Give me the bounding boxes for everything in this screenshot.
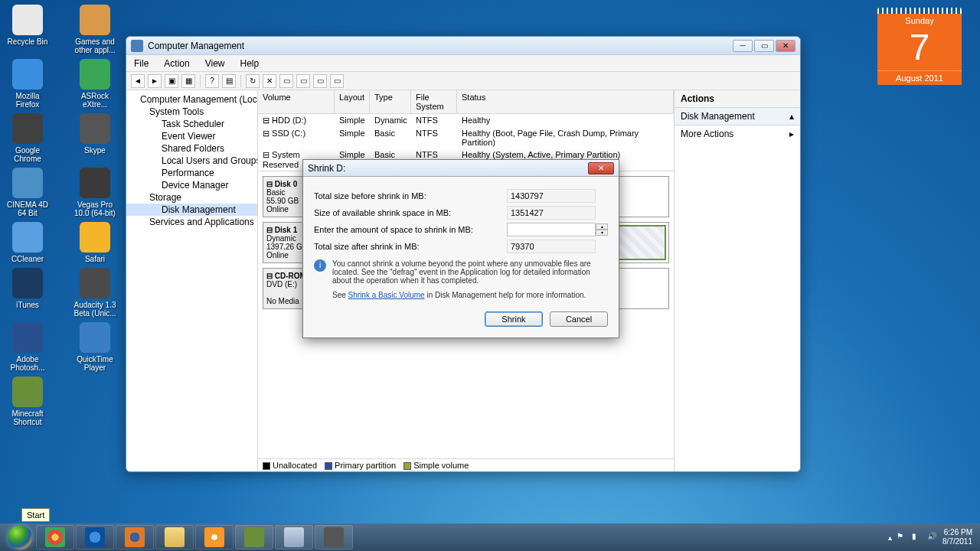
menu-file[interactable]: File — [126, 58, 156, 69]
tree-item[interactable]: Event Viewer — [126, 130, 257, 142]
windows-orb-icon — [8, 525, 32, 549]
volume-row[interactable]: ⊟ HDD (D:)SimpleDynamicNTFSHealthy — [258, 114, 674, 127]
dialog-close-button[interactable]: ✕ — [588, 162, 614, 174]
up-button[interactable]: ▣ — [165, 74, 178, 88]
dialog-titlebar[interactable]: Shrink D: ✕ — [303, 160, 619, 177]
desktop-icon[interactable]: Adobe Photosh... — [5, 322, 51, 372]
network-icon[interactable]: ▮ — [912, 532, 923, 543]
back-button[interactable]: ◄ — [131, 74, 145, 88]
spin-up-icon[interactable]: ▴ — [596, 223, 608, 230]
tb-icon[interactable]: ▭ — [279, 74, 293, 88]
desktop-icon[interactable]: Recycle Bin — [5, 5, 51, 54]
tree-item[interactable]: Shared Folders — [126, 142, 257, 155]
tree-item[interactable]: Storage — [126, 191, 257, 204]
taskbar-chrome[interactable] — [36, 525, 74, 549]
taskbar-explorer[interactable] — [155, 525, 194, 549]
dialog-info: i You cannot shrink a volume beyond the … — [314, 259, 608, 285]
help-button[interactable]: ? — [205, 74, 219, 88]
desktop-icon[interactable]: CCleaner — [5, 222, 51, 263]
tree-item[interactable]: Local Users and Groups — [126, 155, 257, 167]
tree-item[interactable]: Performance — [126, 167, 257, 179]
show-hide-tree-button[interactable]: ▦ — [181, 74, 195, 88]
desktop-icon[interactable]: Games and other appl... — [72, 5, 118, 54]
tree-item[interactable]: Task Scheduler — [126, 118, 257, 130]
icon-label: Vegas Pro 10.0 (64-bit) — [72, 201, 118, 217]
taskbar-wmp[interactable] — [195, 525, 234, 549]
app-icon — [12, 5, 43, 35]
close-button[interactable]: ✕ — [776, 40, 795, 52]
desktop-icon[interactable]: ASRock eXtre... — [72, 59, 118, 109]
taskbar-minecraft[interactable] — [235, 525, 273, 549]
minimize-button[interactable]: ─ — [733, 40, 753, 52]
calendar-day: 7 — [877, 28, 962, 70]
column-header[interactable]: Status — [457, 90, 674, 113]
desktop-icon[interactable]: iTunes — [5, 268, 51, 318]
tb-icon[interactable]: ▭ — [330, 74, 344, 88]
tree-item[interactable]: Device Manager — [126, 179, 257, 191]
icon-label: Games and other appl... — [72, 37, 118, 54]
icon-label: Mozilla Firefox — [5, 92, 51, 109]
menu-help[interactable]: Help — [233, 58, 267, 69]
tree-item[interactable]: Services and Applications — [126, 216, 257, 228]
app-icon — [80, 59, 110, 90]
toolbar: ◄ ► ▣ ▦ ? ▤ ↻ ✕ ▭ ▭ ▭ ▭ — [126, 72, 800, 90]
desktop-icon[interactable]: Vegas Pro 10.0 (64-bit) — [72, 168, 118, 217]
app-icon — [12, 377, 43, 407]
desktop-icon[interactable]: Minecraft Shortcut — [5, 377, 51, 426]
icon-label: Skype — [84, 146, 106, 155]
flag-icon[interactable]: ⚑ — [897, 532, 907, 543]
more-actions-item[interactable]: More Actions▸ — [675, 126, 800, 142]
field-label: Enter the amount of space to shrink in M… — [314, 225, 507, 234]
shrink-dialog: Shrink D: ✕ Total size before shrink in … — [302, 159, 619, 338]
props-button[interactable]: ▤ — [222, 74, 236, 88]
calendar-gadget[interactable]: Sunday 7 August 2011 — [877, 8, 962, 85]
column-header[interactable]: Volume — [258, 90, 335, 113]
system-tray[interactable]: ▴ ⚑ ▮ 🔊 6:26 PM 8/7/2011 — [888, 528, 975, 546]
menu-action[interactable]: Action — [156, 58, 197, 69]
taskbar-firefox[interactable] — [116, 525, 154, 549]
tray-chevron-icon[interactable]: ▴ — [888, 533, 892, 542]
column-header[interactable]: Type — [370, 90, 411, 113]
shrink-button[interactable]: Shrink — [485, 311, 543, 327]
spinner[interactable]: ▴▾ — [596, 223, 608, 236]
shrink-help-link[interactable]: Shrink a Basic Volume — [348, 291, 425, 299]
desktop-icon[interactable]: Safari — [72, 222, 118, 263]
desktop-icon[interactable]: QuickTime Player — [72, 322, 118, 372]
desktop-icon[interactable]: CINEMA 4D 64 Bit — [5, 168, 51, 217]
volume-icon[interactable]: 🔊 — [927, 532, 938, 543]
tb-icon[interactable]: ▭ — [296, 74, 310, 88]
taskbar-ie[interactable] — [76, 525, 114, 549]
volume-row[interactable]: ⊟ SSD (C:)SimpleBasicNTFSHealthy (Boot, … — [258, 127, 674, 148]
calendar-month-year: August 2011 — [877, 70, 962, 85]
info-icon: i — [314, 259, 326, 272]
field-label: Size of available shrink space in MB: — [314, 208, 507, 217]
taskbar-clock[interactable]: 6:26 PM 8/7/2011 — [942, 528, 972, 546]
desktop-icon[interactable]: Mozilla Firefox — [5, 59, 51, 109]
taskbar-app[interactable] — [315, 525, 353, 549]
desktop-icon[interactable]: Google Chrome — [5, 113, 51, 163]
cancel-button[interactable]: Cancel — [550, 311, 608, 327]
titlebar[interactable]: Computer Management ─ ▭ ✕ — [126, 37, 800, 55]
tree-item[interactable]: System Tools — [126, 106, 257, 118]
taskbar-compmgmt[interactable] — [275, 525, 313, 549]
maximize-button[interactable]: ▭ — [754, 40, 774, 52]
tree-item[interactable]: Computer Management (Local — [126, 93, 257, 106]
field-value: 1430797 — [507, 189, 596, 203]
forward-button[interactable]: ► — [148, 74, 162, 88]
start-tooltip: Start — [21, 508, 50, 522]
desktop-icon[interactable]: Skype — [72, 113, 118, 163]
start-button[interactable] — [5, 523, 35, 551]
refresh-button[interactable]: ↻ — [246, 74, 260, 88]
desktop-icon[interactable]: Audacity 1.3 Beta (Unic... — [72, 268, 118, 318]
icon-label: ASRock eXtre... — [72, 92, 118, 109]
app-icon — [80, 113, 110, 144]
column-header[interactable]: File System — [411, 90, 457, 113]
delete-button[interactable]: ✕ — [263, 74, 276, 88]
tree-item[interactable]: Disk Management — [126, 204, 257, 216]
column-header[interactable]: Layout — [335, 90, 370, 113]
actions-pane: Actions Disk Management▴ More Actions▸ — [675, 90, 800, 471]
spin-down-icon[interactable]: ▾ — [596, 230, 608, 236]
tb-icon[interactable]: ▭ — [313, 74, 327, 88]
menu-view[interactable]: View — [198, 58, 233, 69]
shrink-amount-input[interactable] — [507, 223, 596, 236]
